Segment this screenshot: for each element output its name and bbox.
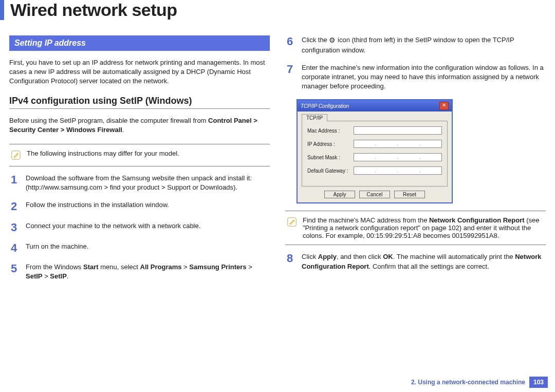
step-4: 4 Turn on the machine.: [9, 242, 270, 254]
note-icon: [286, 216, 298, 228]
step-num-4: 4: [9, 242, 18, 254]
dialog-title: TCP/IP Configuration: [301, 103, 349, 109]
mac-input[interactable]: [354, 126, 442, 135]
dialog-tab[interactable]: TCP/IP: [302, 114, 327, 121]
dialog-titlebar: TCP/IP Configuration ✕: [298, 100, 452, 111]
step-3: 3 Connect your machine to the network wi…: [9, 221, 270, 234]
page-number: 103: [529, 377, 548, 388]
step-num-6: 6: [285, 35, 294, 48]
ip-input[interactable]: ...: [354, 140, 442, 148]
step-num-2: 2: [9, 200, 18, 213]
step-4-text: Turn on the machine.: [26, 242, 270, 251]
steps-right-a: 6 Click the ⚙ icon (third from left) in …: [285, 35, 546, 91]
steps-left: 1 Download the software from the Samsung…: [9, 174, 270, 281]
apply-button[interactable]: Apply: [324, 191, 355, 198]
right-column: 6 Click the ⚙ icon (third from left) in …: [285, 35, 546, 289]
divider: [9, 108, 270, 109]
firewall-note: Before using the SetIP program, disable …: [9, 116, 270, 135]
step-2: 2 Follow the instructions in the install…: [9, 200, 270, 213]
step-1: 1 Download the software from the Samsung…: [9, 174, 270, 192]
page-title-bar: Wired network setup: [0, 0, 555, 20]
note-2-text: Find the machine's MAC address from the …: [303, 216, 543, 239]
note-1-text: The following instructions may differ fo…: [27, 150, 179, 157]
step-7-text: Enter the machine's new information into…: [302, 63, 546, 91]
reset-button[interactable]: Reset: [394, 191, 425, 198]
gw-label: Default Gateway :: [307, 168, 354, 174]
step-5: 5 From the Windows Start menu, select Al…: [9, 263, 270, 281]
gw-input[interactable]: ...: [354, 166, 442, 175]
note-icon: [10, 150, 22, 161]
mask-input[interactable]: ...: [354, 153, 442, 161]
step-8: 8 Click Apply, and then click OK. The ma…: [285, 252, 546, 271]
page-title: Wired network setup: [10, 0, 555, 20]
note-box-1: The following instructions may differ fo…: [9, 144, 270, 166]
intro-paragraph: First, you have to set up an IP address …: [9, 58, 270, 86]
left-column: Setting IP address First, you have to se…: [9, 35, 270, 289]
step-num-8: 8: [285, 252, 294, 265]
mac-label: Mac Address :: [307, 128, 354, 134]
mask-label: Subnet Mask :: [307, 155, 354, 160]
steps-right-b: 8 Click Apply, and then click OK. The ma…: [285, 252, 546, 271]
step-num-3: 3: [9, 221, 18, 234]
step-2-text: Follow the instructions in the installat…: [26, 200, 270, 210]
step-6-text: Click the ⚙ icon (third from left) in th…: [302, 35, 546, 55]
ip-label: IP Address :: [307, 141, 354, 147]
firewall-note-a: Before using the SetIP program, disable …: [9, 117, 208, 124]
section-heading: Setting IP address: [9, 35, 270, 51]
gear-icon: ⚙: [329, 35, 336, 46]
step-3-text: Connect your machine to the network with…: [26, 221, 270, 231]
close-icon[interactable]: ✕: [439, 102, 449, 110]
subheading: IPv4 configuration using SetIP (Windows): [9, 96, 270, 106]
footer-chapter: 2. Using a network-connected machine: [411, 379, 525, 386]
step-6: 6 Click the ⚙ icon (third from left) in …: [285, 35, 546, 55]
cancel-button[interactable]: Cancel: [359, 191, 390, 198]
step-8-text: Click Apply, and then click OK. The mach…: [302, 252, 546, 271]
step-num-7: 7: [285, 63, 294, 76]
tcpip-dialog-screenshot: TCP/IP Configuration ✕ TCP/IP Mac Addres…: [297, 99, 546, 203]
page-footer: 2. Using a network-connected machine 103: [411, 377, 548, 388]
step-num-5: 5: [9, 263, 18, 275]
note-box-2: Find the machine's MAC address from the …: [285, 211, 546, 245]
step-num-1: 1: [9, 174, 18, 186]
step-1-text: Download the software from the Samsung w…: [26, 174, 270, 192]
step-5-text: From the Windows Start menu, select All …: [26, 263, 270, 281]
tcpip-dialog: TCP/IP Configuration ✕ TCP/IP Mac Addres…: [297, 99, 453, 203]
step-7: 7 Enter the machine's new information in…: [285, 63, 546, 91]
